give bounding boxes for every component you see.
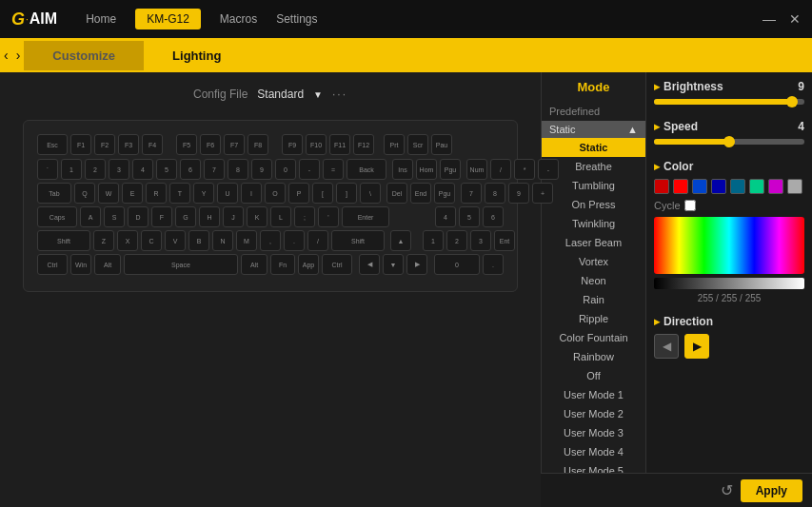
key-num-minus[interactable]: - [538,159,559,180]
key-o[interactable]: O [265,183,286,204]
key-f[interactable]: F [151,206,172,227]
key-enter[interactable]: Enter [342,206,389,227]
key-num1[interactable]: 1 [423,230,444,251]
mode-static[interactable]: Static [542,138,645,157]
speed-expand-icon[interactable]: ▶ [654,123,660,131]
mode-user4[interactable]: User Mode 4 [542,442,645,461]
key-num9[interactable]: 9 [508,183,529,204]
key-a[interactable]: A [80,206,101,227]
key-b[interactable]: B [188,230,209,251]
swatch-red[interactable] [673,179,688,194]
key-num-dot[interactable]: . [483,254,504,275]
key-f8[interactable]: F8 [248,134,268,155]
key-caps[interactable]: Caps [37,206,77,227]
nav-macros[interactable]: Macros [220,12,257,26]
key-fn[interactable]: Fn [270,254,295,275]
key-prtsc[interactable]: Prt [384,134,405,155]
reset-button[interactable]: ↺ [721,481,733,499]
key-f2[interactable]: F2 [94,134,115,155]
tab-customize[interactable]: Customize [24,41,144,70]
key-alt-left[interactable]: Alt [94,254,121,275]
key-scrlk[interactable]: Scr [407,134,428,155]
key-esc[interactable]: Esc [37,134,68,155]
brightness-expand-icon[interactable]: ▶ [654,83,660,91]
key-0[interactable]: 0 [275,159,296,180]
key-f1[interactable]: F1 [70,134,91,155]
key-app[interactable]: App [298,254,319,275]
key-7[interactable]: 7 [204,159,225,180]
key-8[interactable]: 8 [228,159,248,180]
key-m[interactable]: M [236,230,257,251]
key-num5[interactable]: 5 [459,206,480,227]
key-f5[interactable]: F5 [176,134,197,155]
mode-rainbow[interactable]: Rainbow [542,347,645,366]
mode-laser-beam[interactable]: Laser Beam [542,233,645,252]
swatch-gray[interactable] [787,179,802,194]
mode-color-fountain[interactable]: Color Fountain [542,328,645,347]
key-d[interactable]: D [128,206,149,227]
key-3[interactable]: 3 [109,159,129,180]
mode-rain[interactable]: Rain [542,290,645,309]
key-alt-right[interactable]: Alt [241,254,267,275]
key-num6[interactable]: 6 [483,206,504,227]
mode-on-press[interactable]: On Press [542,195,645,214]
key-backspace[interactable]: Back [347,159,386,180]
brightness-thumb[interactable] [786,96,798,107]
swatch-darkred[interactable] [654,179,669,194]
key-num0[interactable]: 0 [434,254,480,275]
direction-expand-icon[interactable]: ▶ [654,318,660,326]
key-ctrl-left[interactable]: Ctrl [37,254,68,275]
mode-user3[interactable]: User Mode 3 [542,423,645,442]
key-e[interactable]: E [122,183,143,204]
mode-user1[interactable]: User Mode 1 [542,385,645,404]
key-num2[interactable]: 2 [446,230,467,251]
direction-right-button[interactable]: ▶ [684,334,709,359]
key-left[interactable]: ◀ [359,254,380,275]
key-num-plus[interactable]: + [532,183,553,204]
mode-twinkling[interactable]: Twinkling [542,214,645,233]
key-num8[interactable]: 8 [485,183,505,204]
config-dropdown-icon[interactable]: ▼ [313,89,323,100]
key-tab[interactable]: Tab [37,183,71,204]
key-f4[interactable]: F4 [142,134,163,155]
key-z[interactable]: Z [93,230,114,251]
key-backtick[interactable]: ` [37,159,58,180]
cycle-checkbox[interactable] [684,200,696,211]
key-w[interactable]: W [98,183,119,204]
key-2[interactable]: 2 [85,159,106,180]
key-right[interactable]: ▶ [406,254,427,275]
key-i[interactable]: I [241,183,262,204]
mode-off[interactable]: Off [542,366,645,385]
key-f11[interactable]: F11 [329,134,350,155]
speed-thumb[interactable] [723,136,735,147]
key-shift-left[interactable]: Shift [37,230,90,251]
key-x[interactable]: X [117,230,138,251]
key-ctrl-right[interactable]: Ctrl [322,254,352,275]
key-numlk[interactable]: Num [466,159,487,180]
key-num4[interactable]: 4 [435,206,456,227]
key-f10[interactable]: F10 [306,134,327,155]
key-k[interactable]: K [247,206,267,227]
nav-home[interactable]: Home [86,12,116,26]
key-f9[interactable]: F9 [282,134,303,155]
mode-dropdown-header[interactable]: Static ▲ [542,121,645,138]
key-ins[interactable]: Ins [392,159,413,180]
key-shift-right[interactable]: Shift [331,230,385,251]
swatch-darkblue[interactable] [711,179,726,194]
color-gradient-picker[interactable] [654,217,804,274]
key-f7[interactable]: F7 [224,134,245,155]
swatch-blue[interactable] [692,179,707,194]
swatch-green[interactable] [749,179,764,194]
key-4[interactable]: 4 [132,159,153,180]
key-f12[interactable]: F12 [353,134,374,155]
key-num-enter[interactable]: Ent [494,230,515,251]
swatch-teal[interactable] [730,179,745,194]
key-l[interactable]: L [270,206,291,227]
config-more-options[interactable]: ··· [332,88,347,101]
subnav-forward[interactable]: › [12,46,25,65]
key-r[interactable]: R [146,183,167,204]
nav-settings[interactable]: Settings [276,12,317,26]
key-f3[interactable]: F3 [118,134,139,155]
key-minus[interactable]: - [299,159,320,180]
key-q[interactable]: Q [74,183,95,204]
